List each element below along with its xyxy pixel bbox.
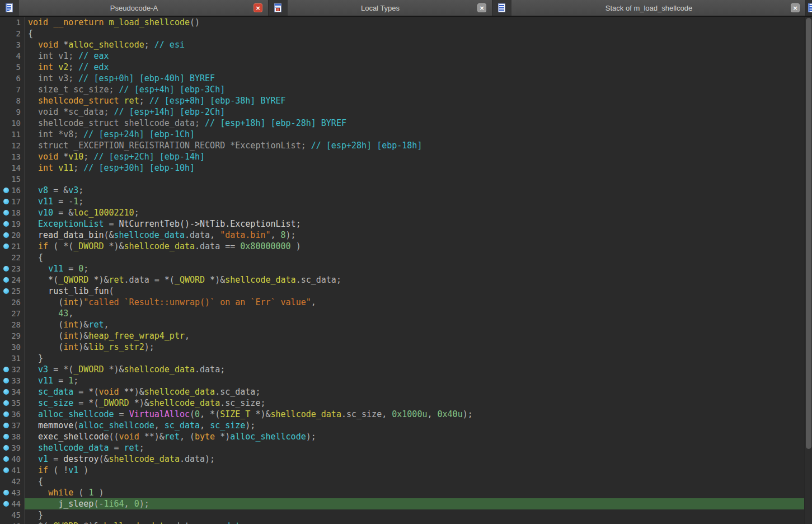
line-number: 8 [0, 95, 24, 106]
code-line[interactable]: 23 v11 = 0; [0, 263, 804, 274]
code-line[interactable]: 39 shellcode_data = ret; [0, 442, 804, 453]
code-line[interactable]: 20 read_data_bin(&shellcode_data.data, "… [0, 230, 804, 241]
code-line[interactable]: 43 while ( 1 ) [0, 487, 804, 498]
breakpoint-dot[interactable] [3, 456, 9, 462]
code-line[interactable]: 41 if ( !v1 ) [0, 465, 804, 476]
code-line[interactable]: 14 int v11; // [esp+30h] [ebp-10h] [0, 162, 804, 174]
breakpoint-dot[interactable] [3, 244, 9, 249]
line-text: (int)"called `Result::unwrap()` on an `E… [25, 297, 804, 308]
code-line[interactable]: 44 j_sleep(-1i64, 0); [0, 498, 804, 509]
breakpoint-dot[interactable] [3, 389, 9, 395]
code-line[interactable]: 6 int v3; // [esp+0h] [ebp-40h] BYREF [0, 73, 804, 84]
tab-icon-well [269, 0, 288, 16]
code-line[interactable]: 45 } [0, 509, 804, 521]
stack-icon [497, 3, 506, 12]
tab-close-icon[interactable]: × [791, 3, 800, 12]
tab-stack-of-m-load-shellcode[interactable]: Stack of m_load_shellcode× [492, 0, 806, 16]
code-line[interactable]: 27 43, [0, 308, 804, 319]
code-line[interactable]: 13 void *v10; // [esp+2Ch] [ebp-14h] [0, 151, 804, 162]
code-line[interactable]: 10 shellcode_struct shellcode_data; // [… [0, 118, 804, 129]
code-line[interactable]: 12 struct _EXCEPTION_REGISTRATION_RECORD… [0, 140, 804, 151]
code-line[interactable]: 22 { [0, 252, 804, 263]
code-line[interactable]: 35 sc_size = *(_DWORD *)&shellcode_data.… [0, 397, 804, 409]
breakpoint-dot[interactable] [3, 199, 9, 204]
line-gutter: 29 [0, 330, 25, 341]
breakpoint-dot[interactable] [3, 411, 9, 417]
code-line[interactable]: 31 } [0, 353, 804, 364]
breakpoint-dot[interactable] [3, 467, 9, 473]
line-number: 28 [0, 319, 24, 330]
line-gutter: 8 [0, 95, 25, 106]
line-gutter: 28 [0, 319, 25, 330]
breakpoint-dot[interactable] [3, 445, 9, 451]
breakpoint-dot[interactable] [3, 378, 9, 383]
code-line[interactable]: 5 int v2; // edx [0, 62, 804, 73]
code-line[interactable]: 36 alloc_shellcode = VirtualAlloc(0, *(S… [0, 409, 804, 420]
line-number: 31 [0, 353, 24, 364]
code-line[interactable]: 2{ [0, 28, 804, 39]
pseudocode-viewport: 1void __noreturn m_load_shellcode()2{3 v… [0, 17, 812, 524]
line-text: int v1; // eax [25, 50, 804, 62]
code-line[interactable]: 1void __noreturn m_load_shellcode() [0, 17, 804, 28]
tab-close-icon[interactable]: × [477, 3, 486, 12]
breakpoint-dot[interactable] [3, 423, 9, 428]
vertical-scrollbar[interactable] [804, 17, 812, 524]
code-line[interactable]: 17 v11 = -1; [0, 196, 804, 207]
code-line[interactable]: 11 int *v8; // [esp+24h] [ebp-1Ch] [0, 129, 804, 140]
line-number: 15 [0, 174, 24, 185]
code-line[interactable]: 26 (int)"called `Result::unwrap()` on an… [0, 297, 804, 308]
breakpoint-dot[interactable] [3, 188, 9, 193]
code-line[interactable]: 19 ExceptionList = NtCurrentTeb()->NtTib… [0, 218, 804, 230]
line-text: *(_QWORD *)&ret.data = *(_QWORD *)&shell… [25, 274, 804, 286]
breakpoint-dot[interactable] [3, 501, 9, 507]
code-line[interactable]: 42 { [0, 476, 804, 487]
line-number: 3 [0, 39, 24, 50]
breakpoint-dot[interactable] [3, 490, 9, 495]
code-line[interactable]: 21 if ( *(_DWORD *)&shellcode_data.data … [0, 241, 804, 252]
breakpoint-dot[interactable] [3, 232, 9, 238]
code-line[interactable]: 38 exec_shellcode((void **)&ret, (byte *… [0, 431, 804, 442]
code-line[interactable]: 33 v11 = 1; [0, 375, 804, 386]
line-text: v10 = &loc_10002210; [25, 207, 804, 218]
code-line[interactable]: 7 size_t sc_size; // [esp+4h] [ebp-3Ch] [0, 84, 804, 95]
breakpoint-dot[interactable] [3, 367, 9, 372]
tab-bar-overflow [806, 0, 812, 16]
code-line[interactable]: 40 v1 = destroy(&shellcode_data.data); [0, 453, 804, 465]
line-text: v8 = &v3; [25, 185, 804, 196]
line-gutter: 1 [0, 17, 25, 28]
line-gutter: 4 [0, 50, 25, 62]
line-text: v3 = *(_DWORD *)&shellcode_data.data; [25, 364, 804, 375]
line-gutter: 19 [0, 218, 25, 230]
code-line[interactable]: 37 memmove(alloc_shellcode, sc_data, sc_… [0, 420, 804, 431]
code-line[interactable]: 24 *(_QWORD *)&ret.data = *(_QWORD *)&sh… [0, 274, 804, 286]
line-gutter: 37 [0, 420, 25, 431]
code-line[interactable]: 3 void *alloc_shellcode; // esi [0, 39, 804, 50]
code-line[interactable]: 28 (int)&ret, [0, 319, 804, 330]
line-gutter: 14 [0, 162, 25, 174]
code-line[interactable]: 15 [0, 174, 804, 185]
line-gutter: 33 [0, 375, 25, 386]
breakpoint-dot[interactable] [3, 210, 9, 216]
breakpoint-dot[interactable] [3, 288, 9, 294]
tab-local-types[interactable]: Local Types× [269, 0, 492, 16]
code-line[interactable]: 8 shellcode_struct ret; // [esp+8h] [ebp… [0, 95, 804, 106]
code-line[interactable]: 30 (int)&lib_rs_str2); [0, 341, 804, 353]
code-line[interactable]: 46 *(_QWORD *)&shellcode_data.data = sc_… [0, 521, 804, 524]
code-line[interactable]: 25 rust_lib_fun( [0, 286, 804, 297]
code-line[interactable]: 4 int v1; // eax [0, 50, 804, 62]
code-line[interactable]: 9 void *sc_data; // [esp+14h] [ebp-2Ch] [0, 106, 804, 118]
breakpoint-dot[interactable] [3, 221, 9, 227]
code-line[interactable]: 29 (int)&heap_free_wrap4_ptr, [0, 330, 804, 341]
code-line[interactable]: 34 sc_data = *(void **)&shellcode_data.s… [0, 386, 804, 397]
code-line[interactable]: 16 v8 = &v3; [0, 185, 804, 196]
tab-close-icon[interactable]: × [254, 3, 262, 12]
code-line[interactable]: 18 v10 = &loc_10002210; [0, 207, 804, 218]
scrollbar-thumb[interactable] [806, 18, 811, 449]
tab-pseudocode-a[interactable]: Pseudocode-A× [0, 0, 269, 16]
breakpoint-dot[interactable] [3, 277, 9, 283]
code-line[interactable]: 32 v3 = *(_DWORD *)&shellcode_data.data; [0, 364, 804, 375]
line-text: { [25, 476, 804, 487]
breakpoint-dot[interactable] [3, 434, 9, 439]
breakpoint-dot[interactable] [3, 400, 9, 406]
breakpoint-dot[interactable] [3, 266, 9, 272]
